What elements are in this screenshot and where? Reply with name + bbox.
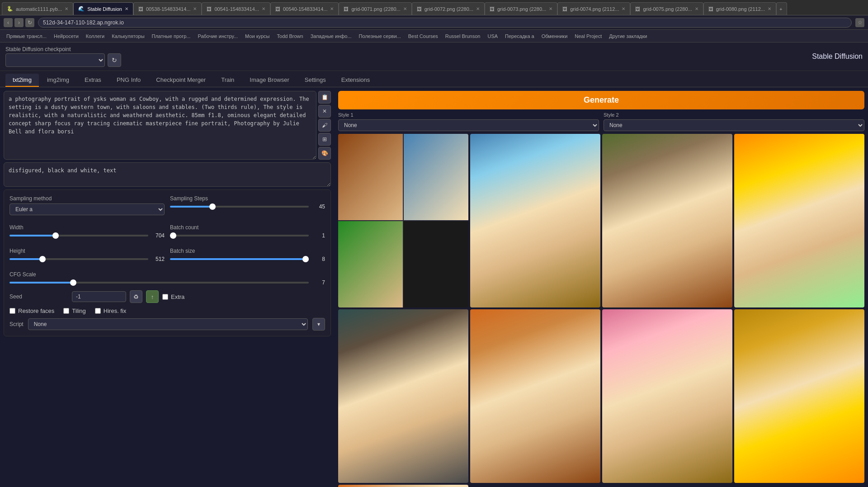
bookmark-star-button[interactable]: ☆ (855, 18, 864, 27)
height-label: Height (9, 248, 165, 254)
bookmark-usa[interactable]: USA (485, 33, 500, 40)
hires-fix-checkbox[interactable]: Hires. fix (95, 307, 127, 314)
image-grid (338, 134, 864, 487)
tab-txt2img[interactable]: txt2img (5, 74, 39, 87)
seed-input[interactable] (72, 291, 126, 302)
bookmark-rabochie[interactable]: Рабочие инстру... (195, 33, 241, 40)
bookmark-obmen[interactable]: Обменники (539, 33, 571, 40)
reload-button[interactable]: ↻ (25, 18, 34, 27)
bookmark-neal[interactable]: Neal Project (572, 33, 604, 40)
close-icon[interactable]: ✕ (695, 6, 698, 11)
close-icon[interactable]: ✕ (549, 6, 552, 11)
sampling-method-select[interactable]: Euler a Euler LMS DPM++ 2M Karras (9, 203, 165, 215)
style1-select[interactable]: None (338, 119, 599, 131)
bookmark-best[interactable]: Best Courses (406, 33, 441, 40)
extra-networks-button[interactable]: ⊞ (318, 133, 331, 146)
close-icon[interactable]: ✕ (476, 6, 480, 11)
image-cell-6[interactable] (602, 309, 732, 483)
tab-extensions[interactable]: Extensions (334, 74, 377, 87)
bookmark-other[interactable]: Другие закладки (606, 33, 650, 40)
bookmark-zapadnie[interactable]: Западные инфо... (308, 33, 354, 40)
height-slider[interactable] (9, 258, 148, 260)
tab-image-browser[interactable]: Image Browser (242, 74, 296, 87)
image-cell-grid[interactable] (338, 134, 468, 307)
close-icon[interactable]: ✕ (768, 6, 771, 11)
tab-extras[interactable]: Extras (77, 74, 108, 87)
browser-tab-grid0071[interactable]: 🖼 grid-0071.png (2280... ✕ (339, 2, 411, 15)
bookmark-platnie[interactable]: Платные прогр... (149, 33, 193, 40)
generate-button[interactable]: Generate (338, 91, 864, 109)
positive-prompt[interactable]: a photography portrait of ysks woman as … (4, 91, 316, 160)
image-cell-1[interactable] (470, 134, 600, 307)
refresh-checkpoint-button[interactable]: ↻ (108, 53, 121, 67)
restore-faces-checkbox[interactable]: Restore faces (9, 307, 54, 314)
style-apply-button[interactable]: 🖌 (318, 119, 331, 132)
browser-tab-0540[interactable]: 🖼 00540-154833414... ✕ (270, 2, 339, 15)
close-icon[interactable]: ✕ (403, 6, 407, 11)
batch-count-slider[interactable] (170, 235, 309, 236)
reset-seed-button[interactable]: ♻ (130, 290, 142, 303)
paste-button[interactable]: 📋 (318, 91, 331, 104)
style1-label: Style 1 (338, 112, 599, 118)
browser-tab-stable[interactable]: 🌊 Stable Diffusion ✕ (73, 2, 133, 15)
close-icon[interactable]: ✕ (622, 6, 625, 11)
bookmark-kolegi[interactable]: Коллеги (83, 33, 107, 40)
close-icon[interactable]: ✕ (262, 6, 265, 11)
cfg-scale-slider[interactable] (9, 282, 309, 284)
bookmark-todd[interactable]: Todd Brown (274, 33, 306, 40)
bookmark-russel[interactable]: Russel Brunson (443, 33, 483, 40)
style2-label: Style 2 (604, 112, 864, 118)
image-cell-5[interactable] (470, 309, 600, 483)
browser-tab-new[interactable]: + (776, 2, 787, 15)
tab-checkpoint-merger[interactable]: Checkpoint Merger (149, 74, 213, 87)
tab-png-info[interactable]: PNG Info (109, 74, 148, 87)
style-selectors: Style 1 None Style 2 None (338, 112, 864, 131)
browser-tab-0538[interactable]: 🖼 00538-154833414... ✕ (133, 2, 202, 15)
batch-size-slider[interactable] (170, 258, 309, 260)
sampling-steps-slider[interactable] (170, 206, 309, 208)
tab-img2img[interactable]: img2img (40, 74, 76, 87)
script-select[interactable]: None (28, 318, 308, 330)
image-cell-7[interactable] (734, 309, 864, 483)
image-cell-8[interactable] (338, 485, 468, 487)
sampling-steps-label: Sampling Steps (170, 195, 325, 202)
close-icon[interactable]: ✕ (193, 6, 197, 11)
tiling-checkbox[interactable]: Tiling (63, 307, 86, 314)
script-chevron[interactable]: ▾ (312, 318, 325, 331)
image-cell-4[interactable] (338, 309, 468, 483)
close-icon[interactable]: ✕ (125, 6, 128, 11)
address-input[interactable] (38, 18, 852, 28)
bookmark-neuro[interactable]: Нейросети (51, 33, 81, 40)
negative-prompt[interactable]: disfigured, black and white, text (4, 162, 331, 187)
browser-tab-grid0075[interactable]: 🖼 grid-0075.png (2280... ✕ (630, 2, 703, 15)
bookmark-kursy[interactable]: Мои курсы (242, 33, 272, 40)
bookmark-poleznie[interactable]: Полезные серви... (356, 33, 404, 40)
browser-tab-grid0080[interactable]: 🖼 grid-0080.png (2112... ✕ (703, 2, 776, 15)
sampling-method-label: Sampling method (9, 195, 165, 202)
image-cell-3[interactable] (734, 134, 864, 307)
browser-tab-grid0072[interactable]: 🖼 grid-0072.png (2280... ✕ (412, 2, 485, 15)
reuse-seed-button[interactable]: ↑ (146, 290, 159, 303)
back-button[interactable]: ‹ (4, 18, 13, 27)
checkpoint-select[interactable] (5, 53, 105, 67)
style2-select[interactable]: None (604, 119, 864, 131)
extra-seed-checkbox[interactable]: Extra (162, 293, 184, 300)
cfg-scale-label: CFG Scale (9, 271, 325, 278)
tab-settings[interactable]: Settings (297, 74, 333, 87)
browser-tab-grid0073[interactable]: 🖼 grid-0073.png (2280... ✕ (485, 2, 557, 15)
browser-tab-grid0074[interactable]: 🖼 grid-0074.png (2112... ✕ (557, 2, 630, 15)
close-icon[interactable]: ✕ (330, 6, 334, 11)
tab-train[interactable]: Train (214, 74, 241, 87)
bookmark-peresadka[interactable]: Пересадка а (502, 33, 537, 40)
brush-button[interactable]: 🎨 (318, 147, 331, 160)
bookmark-translit[interactable]: Прямые трансл... (4, 33, 49, 40)
clear-prompt-button[interactable]: ✕ (318, 105, 331, 118)
settings-panel: Sampling method Euler a Euler LMS DPM++ … (4, 189, 331, 336)
width-slider[interactable] (9, 235, 148, 236)
browser-tab-automatic[interactable]: 🐍 automatic1111.pyb... ✕ (2, 2, 73, 15)
close-icon[interactable]: ✕ (65, 6, 68, 11)
image-cell-2[interactable] (602, 134, 732, 307)
bookmark-calc[interactable]: Калькуляторы (109, 33, 147, 40)
browser-tab-0541[interactable]: 🖼 00541-154833414... ✕ (202, 2, 270, 15)
forward-button[interactable]: › (14, 18, 24, 27)
